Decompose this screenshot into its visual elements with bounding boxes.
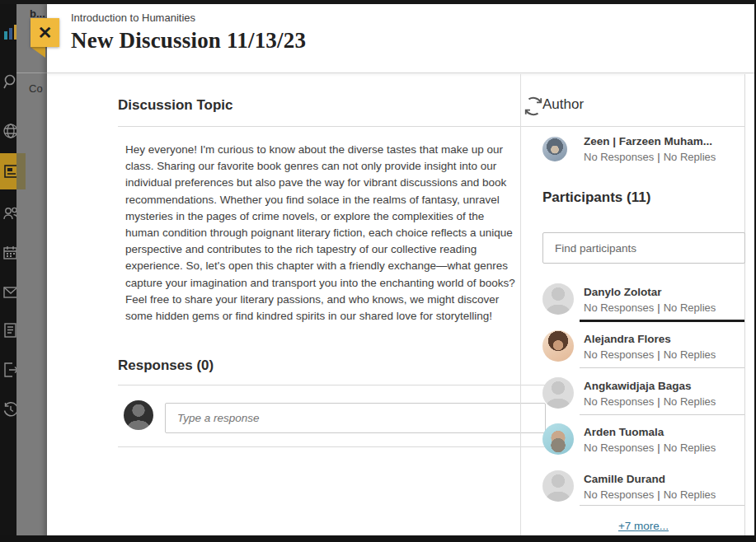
mail-icon[interactable]: [2, 283, 16, 301]
participant-meta: No Responses|No Replies: [584, 395, 716, 408]
find-participants-input[interactable]: [542, 232, 745, 264]
discussion-topic-body: Hey everyone! I'm curious to know about …: [125, 142, 521, 325]
participant-row[interactable]: Danylo Zolotar No Responses|No Replies: [542, 283, 744, 315]
divider: [118, 385, 546, 385]
participant-row[interactable]: Camille Durand No Responses|No Replies: [542, 470, 744, 502]
window-frame-bottom: [0, 535, 756, 542]
participant-row[interactable]: Angkawidjaja Bagas No Responses|No Repli…: [542, 377, 744, 409]
participant-meta: No Responses|No Replies: [584, 348, 716, 361]
participant-avatar: [542, 423, 574, 455]
participant-name: Camille Durand: [584, 473, 665, 485]
close-icon: ✕: [38, 24, 53, 41]
show-more-participants-link[interactable]: +7 more...: [542, 520, 744, 532]
background-divider: [16, 72, 47, 73]
history-icon[interactable]: [2, 400, 16, 418]
search-icon[interactable]: [2, 72, 16, 91]
globe-icon[interactable]: [2, 122, 16, 140]
background-text-fragment: Co: [29, 82, 43, 95]
panel-header: Introduction to Humanities New Discussio…: [47, 3, 756, 73]
response-input[interactable]: [165, 403, 546, 433]
participant-row[interactable]: Arden Tuomala No Responses|No Replies: [542, 423, 744, 455]
participant-row[interactable]: Alejandra Flores No Responses|No Replies: [542, 330, 744, 362]
close-button-fold: [31, 47, 45, 58]
gradebook-icon[interactable]: [2, 321, 16, 339]
divider: [542, 126, 744, 127]
current-user-avatar: [124, 400, 153, 430]
author-heading: Author: [542, 96, 584, 113]
participant-meta: No Responses|No Replies: [584, 301, 716, 314]
responses-heading: Responses (0): [118, 357, 214, 374]
participant-avatar: [542, 470, 574, 502]
divider: [118, 446, 546, 447]
discussion-topic-heading: Discussion Topic: [118, 97, 233, 114]
participant-name: Arden Tuomala: [584, 426, 664, 438]
institution-page-icon: [2, 162, 16, 180]
nav-item-institution-active[interactable]: [0, 153, 16, 189]
users-icon[interactable]: [2, 204, 16, 222]
left-nav-rail: [0, 0, 16, 542]
page-title: New Discussion 11/13/23: [71, 28, 306, 54]
participant-name: Angkawidjaja Bagas: [584, 380, 692, 392]
author-avatar: [542, 137, 567, 161]
panel-divider: [520, 74, 521, 535]
calendar-icon[interactable]: [2, 244, 16, 262]
row-divider: [580, 367, 744, 368]
selected-row-divider: [580, 320, 744, 322]
row-divider: [580, 505, 744, 506]
background-active-nav-bleed: [16, 153, 26, 189]
discussion-panel: Introduction to Humanities New Discussio…: [47, 3, 756, 542]
author-name[interactable]: Zeen | Farzeen Muham...: [584, 135, 712, 147]
participant-name: Danylo Zolotar: [584, 286, 662, 298]
participant-name: Alejandra Flores: [584, 333, 671, 345]
author-meta: No Responses|No Replies: [584, 151, 716, 163]
close-button[interactable]: ✕: [31, 18, 59, 47]
participant-meta: No Responses|No Replies: [584, 488, 716, 501]
participants-heading: Participants (11): [542, 189, 650, 206]
participant-meta: No Responses|No Replies: [584, 442, 716, 454]
participant-avatar: [542, 330, 574, 362]
participant-avatar: [542, 283, 574, 315]
sign-out-icon[interactable]: [2, 361, 16, 379]
window-frame-top: [0, 0, 756, 4]
participant-avatar: [542, 377, 574, 409]
breadcrumb-course-title: Introduction to Humanities: [71, 12, 195, 24]
row-divider: [580, 414, 744, 415]
divider: [118, 126, 546, 127]
activity-bars-icon[interactable]: [2, 23, 16, 41]
dimmed-page-overlay: b... Co: [16, 0, 47, 542]
